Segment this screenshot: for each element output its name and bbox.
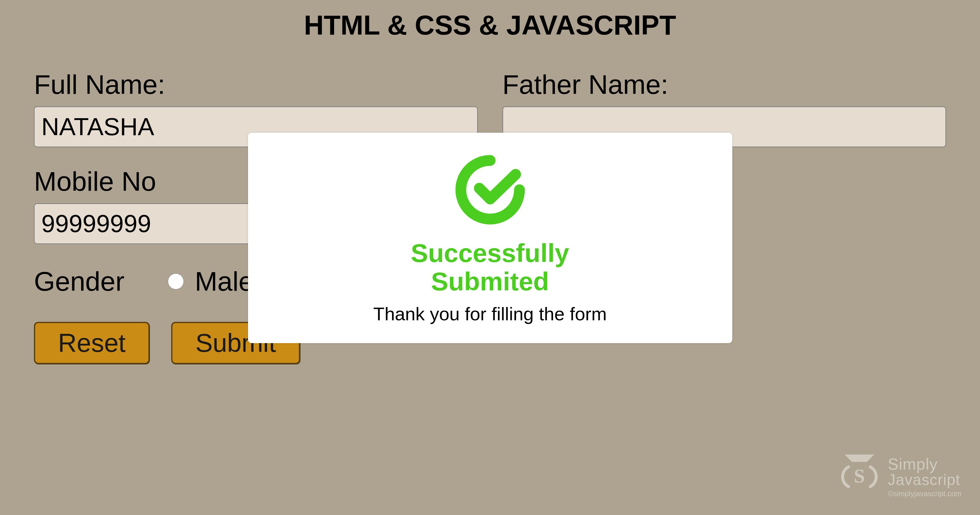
watermark: S Simply Javascript ©simplyjavascript.co… [835,452,961,501]
watermark-copyright: ©simplyjavascript.com [888,490,961,497]
modal-subtitle: Thank you for filling the form [260,303,720,325]
watermark-line1: Simply [888,456,961,472]
watermark-logo-icon: S [835,452,884,501]
success-modal: Successfully Submited Thank you for fill… [248,133,732,343]
watermark-line2: Javascript [888,472,961,488]
modal-overlay: Successfully Submited Thank you for fill… [0,0,980,515]
watermark-text: Simply Javascript ©simplyjavascript.com [888,456,961,497]
modal-title-line2: Submited [260,267,720,296]
check-circle-icon [452,151,529,228]
modal-title-line1: Successfully [260,239,720,267]
svg-text:S: S [854,465,865,487]
modal-title: Successfully Submited [260,239,720,296]
